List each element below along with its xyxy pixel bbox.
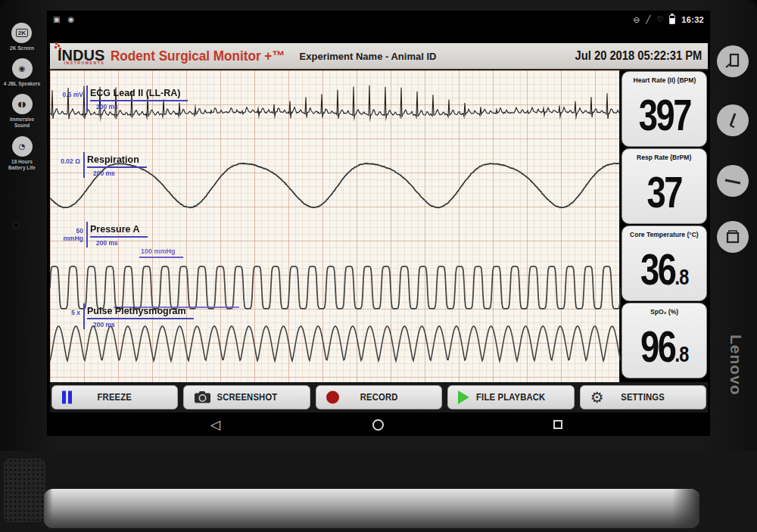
record-icon — [326, 391, 339, 404]
speaker-grille — [4, 459, 45, 522]
trace-name: Respiration — [87, 152, 147, 168]
monitor-app: INDUS INSTRUMENTS Rodent Surgical Monito… — [50, 43, 708, 412]
trace-label-pleth: 5 x Pulse Plethysmogram 200 ms — [51, 303, 194, 329]
file-playback-button[interactable]: FILE PLAYBACK — [447, 385, 574, 409]
android-nav-bar: ◁ — [47, 415, 710, 436]
button-label: RECORD — [360, 392, 398, 403]
freeze-button[interactable]: FREEZE — [51, 385, 178, 409]
trace-label-ecg: 0.5 mV ECG Lead II (LL-RA) 200 ms — [55, 86, 188, 111]
2k-badge: 2K — [16, 29, 28, 37]
trace-timebase: 200 ms — [93, 170, 147, 177]
trace-name: ECG Lead II (LL-RA) — [90, 86, 188, 101]
scale-bar-icon — [83, 303, 85, 329]
do-not-disturb-icon: ⊖ — [633, 16, 640, 24]
spo2-card: SpO₂ (%) 96 .8 — [621, 303, 707, 378]
vitals-column: Heart Rate (II) (BPM) 397 Resp Rate (BrP… — [621, 70, 708, 382]
trace-scale: 5 x — [51, 310, 80, 317]
feature-caption: 18 Hours Battery Life — [2, 159, 42, 171]
vital-decimal: .8 — [674, 267, 688, 287]
feature-caption: 4 JBL Speakers — [4, 81, 40, 87]
logo-dots-icon — [55, 46, 57, 48]
2k-screen-icon: 2K — [11, 23, 32, 43]
tablet-screen: ▣ ◉ ⊖ ╱ ♡ 16:32 INDUS INSTRUMENTS Rodent… — [47, 11, 710, 436]
trace-label-respiration: 0.02 Ω Respiration 200 ms — [51, 152, 147, 178]
android-status-bar: ▣ ◉ ⊖ ╱ ♡ 16:32 — [47, 11, 710, 32]
pen-icon: ╱ — [646, 16, 650, 23]
button-label: FREEZE — [98, 392, 132, 403]
core-temp-card: Core Temperature (°C) 36 .8 — [621, 226, 707, 301]
experiment-name[interactable]: Experiment Name - Animal ID — [300, 51, 437, 62]
main-area: 0.5 mV ECG Lead II (LL-RA) 200 ms 0.02 Ω… — [50, 70, 708, 382]
speaker-glyph: ◉ — [19, 64, 26, 73]
trace-scale: 0.5 mV — [55, 92, 83, 99]
home-icon[interactable] — [372, 419, 384, 431]
location-icon: ◉ — [67, 16, 74, 23]
logo-subtext: INSTRUMENTS — [58, 61, 104, 65]
hold-mode-icon — [717, 165, 749, 197]
vital-decimal: .8 — [674, 344, 688, 364]
screenshot-thumbnail-icon: ▣ — [53, 16, 60, 23]
app-header: INDUS INSTRUMENTS Rodent Surgical Monito… — [50, 43, 708, 70]
record-button[interactable]: RECORD — [316, 385, 442, 409]
screenshot-button[interactable]: SCREENSHOT — [183, 385, 310, 409]
trace-scale: 50 mmHg — [55, 228, 83, 243]
battery-life-icon: ◔ — [12, 136, 33, 157]
trace-scale: 0.02 Ω — [51, 158, 80, 166]
status-clock: 16:32 — [681, 15, 704, 24]
kickstand-bar — [44, 489, 699, 528]
heart-outline-icon: ♡ — [656, 16, 663, 23]
vital-label: Core Temperature (°C) — [630, 230, 699, 238]
front-camera — [13, 222, 20, 229]
recents-icon[interactable] — [553, 420, 562, 429]
battery-clock-glyph: ◔ — [19, 142, 26, 151]
vital-label: Resp Rate (BrPM) — [637, 153, 691, 161]
back-icon[interactable]: ◁ — [210, 417, 220, 432]
button-label: SCREENSHOT — [217, 392, 277, 403]
trace-timebase: 200 ms — [93, 321, 194, 328]
spo2-value: 96 — [640, 328, 675, 365]
trace-name: Pulse Plethysmogram — [87, 303, 194, 319]
core-temp-value: 36 — [640, 250, 675, 288]
app-title: Rodent Surgical Monitor +™ — [111, 48, 285, 64]
resp-rate-card: Resp Rate (BrPM) 37 — [621, 148, 707, 224]
bottom-toolbar: FREEZE SCREENSHOT RECORD FILE PLAYBACK — [50, 382, 708, 412]
datetime-display: Jul 20 2018 05:22:31 PM — [575, 49, 702, 63]
tablet-device: 2K 2K Screen ◉ 4 JBL Speakers ◖◗ Immersi… — [0, 0, 757, 532]
feature-jbl-speakers: ◉ 4 JBL Speakers — [4, 58, 40, 87]
resp-rate-value: 37 — [647, 173, 682, 210]
tilt-mode-icon — [717, 104, 749, 136]
trace-label-pressure: 50 mmHg Pressure A 200 ms — [55, 222, 148, 247]
settings-button[interactable]: ⚙ SETTINGS — [580, 385, 706, 409]
trace-timebase: 200 ms — [96, 103, 188, 110]
hang-mode-icon — [717, 221, 749, 253]
feature-immersive-sound: ◖◗ Immersive Sound — [2, 94, 42, 129]
play-icon — [458, 390, 469, 404]
feature-2k-screen: 2K 2K Screen — [10, 23, 34, 51]
battery-icon — [669, 15, 675, 24]
scale-bar-icon — [86, 86, 88, 111]
vital-label: SpO₂ (%) — [650, 307, 678, 316]
waveform-panel: 0.5 mV ECG Lead II (LL-RA) 200 ms 0.02 Ω… — [50, 70, 621, 382]
indus-logo: INDUS INSTRUMENTS — [58, 48, 104, 65]
pressure-scale-bar: 100 mmHg — [139, 247, 183, 258]
button-label: SETTINGS — [621, 392, 665, 403]
lenovo-logo: Lenovo — [727, 334, 745, 396]
gear-icon: ⚙ — [590, 390, 604, 405]
trace-name: Pressure A — [90, 222, 148, 238]
scale-bar-icon — [83, 152, 85, 178]
feature-caption: 2K Screen — [10, 45, 34, 51]
feature-caption: Immersive Sound — [2, 117, 42, 129]
dolby-glyph: ◖◗ — [18, 100, 26, 108]
camera-icon — [194, 391, 211, 404]
tablet-hinge — [0, 451, 757, 532]
pause-icon — [62, 391, 66, 404]
feature-battery-life: ◔ 18 Hours Battery Life — [2, 136, 42, 171]
heart-rate-value: 397 — [638, 96, 690, 133]
stand-mode-icon — [717, 45, 749, 77]
heart-rate-card: Heart Rate (II) (BPM) 397 — [621, 71, 707, 147]
immersive-sound-icon: ◖◗ — [12, 94, 33, 114]
bezel-feature-list: 2K 2K Screen ◉ 4 JBL Speakers ◖◗ Immersi… — [2, 23, 42, 178]
scale-bar-icon — [86, 222, 88, 247]
vital-label: Heart Rate (II) (BPM) — [633, 76, 696, 84]
button-label: FILE PLAYBACK — [476, 392, 545, 403]
